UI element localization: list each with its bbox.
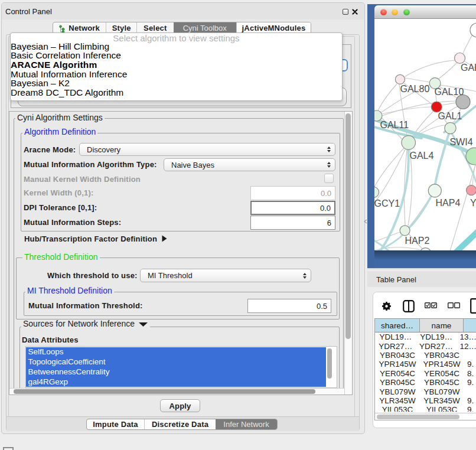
svg-text:GAL4: GAL4 (410, 151, 434, 161)
svg-text:GAL7: GAL7 (461, 63, 476, 73)
svg-text:GCY1: GCY1 (374, 198, 400, 208)
svg-text:GAL1: GAL1 (438, 111, 462, 121)
svg-text:YM: YM (470, 198, 476, 208)
svg-text:HAP2: HAP2 (405, 236, 430, 246)
svg-text:HAP4: HAP4 (436, 198, 461, 208)
svg-text:GAL80: GAL80 (400, 84, 430, 94)
svg-text:GAL11: GAL11 (380, 120, 409, 130)
svg-text:SWI4: SWI4 (450, 137, 473, 147)
svg-text:GAL10: GAL10 (435, 87, 464, 97)
